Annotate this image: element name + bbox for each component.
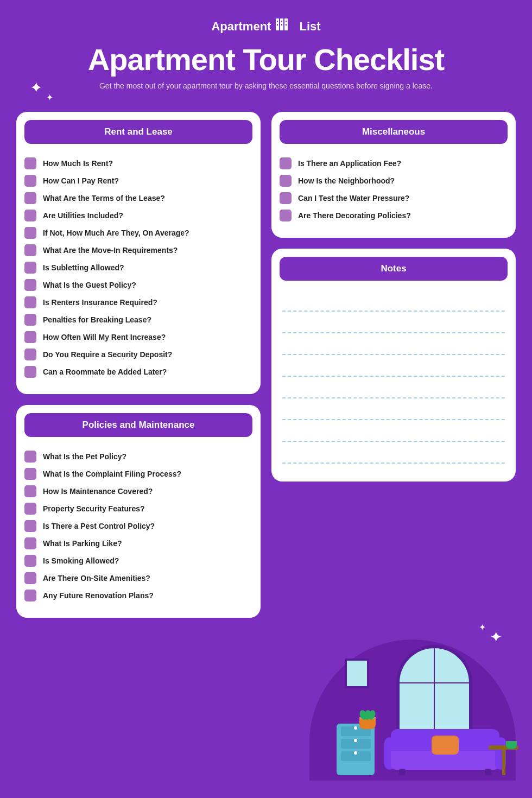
checklist-item-text: What Is the Complaint Filing Process? bbox=[43, 470, 181, 478]
checkbox[interactable] bbox=[24, 503, 36, 515]
checkbox[interactable] bbox=[280, 210, 292, 221]
illustration-area bbox=[0, 629, 532, 781]
checklist-item[interactable]: Can I Test the Water Pressure? bbox=[280, 189, 508, 207]
checklist-item[interactable]: Can a Roommate be Added Later? bbox=[24, 363, 252, 381]
checklist-item-text: How Is Maintenance Covered? bbox=[43, 487, 153, 496]
checkbox[interactable] bbox=[24, 366, 36, 378]
checkbox[interactable] bbox=[24, 262, 36, 274]
notes-card: Notes bbox=[271, 249, 516, 482]
svg-rect-8 bbox=[286, 24, 287, 26]
left-column: Rent and Lease How Much Is Rent?How Can … bbox=[16, 112, 261, 618]
checklist-item[interactable]: Are There On-Site Amenities? bbox=[24, 569, 252, 587]
window bbox=[396, 645, 472, 737]
checkbox[interactable] bbox=[24, 227, 36, 239]
policies-maintenance-title: Policies and Maintenance bbox=[83, 420, 195, 430]
checklist-item[interactable]: What Are the Terms of the Lease? bbox=[24, 189, 252, 207]
cabinet-knob-3 bbox=[354, 751, 357, 755]
miscellaneous-header: Miscellaneous bbox=[280, 120, 508, 144]
checkbox[interactable] bbox=[24, 331, 36, 343]
checkbox[interactable] bbox=[280, 192, 292, 204]
checklist-item[interactable]: What Is the Guest Policy? bbox=[24, 276, 252, 294]
page-title: Apartment Tour Checklist bbox=[11, 42, 521, 77]
svg-rect-7 bbox=[281, 24, 282, 26]
checkbox[interactable] bbox=[24, 210, 36, 221]
checklist-item[interactable]: Are There Decorating Policies? bbox=[280, 207, 508, 224]
checkbox[interactable] bbox=[24, 520, 36, 532]
checkbox[interactable] bbox=[24, 485, 36, 497]
checklist-item[interactable]: What Is the Pet Policy? bbox=[24, 448, 252, 465]
checklist-item-text: Can a Roommate be Added Later? bbox=[43, 368, 167, 376]
checkbox[interactable] bbox=[24, 590, 36, 601]
checklist-item[interactable]: Is Subletting Allowed? bbox=[24, 259, 252, 276]
checklist-item-text: Is Smoking Allowed? bbox=[43, 556, 119, 565]
checklist-item[interactable]: Is There a Pest Control Policy? bbox=[24, 517, 252, 535]
note-line[interactable] bbox=[282, 381, 505, 398]
sofa bbox=[391, 726, 499, 775]
checklist-item-text: What Are the Terms of the Lease? bbox=[43, 194, 165, 202]
svg-rect-6 bbox=[277, 24, 278, 26]
rent-and-lease-card: Rent and Lease How Much Is Rent?How Can … bbox=[16, 112, 261, 394]
checkbox[interactable] bbox=[24, 572, 36, 584]
checklist-item[interactable]: What Is Parking Like? bbox=[24, 535, 252, 552]
note-line[interactable] bbox=[282, 316, 505, 333]
checkbox[interactable] bbox=[24, 451, 36, 463]
checklist-item[interactable]: Is Renters Insurance Required? bbox=[24, 294, 252, 311]
sofa-leg-left bbox=[399, 769, 406, 775]
rent-lease-header: Rent and Lease bbox=[24, 120, 252, 144]
checklist-item[interactable]: How Is Maintenance Covered? bbox=[24, 483, 252, 500]
checklist-item[interactable]: What Is the Complaint Filing Process? bbox=[24, 465, 252, 483]
side-table-leg bbox=[502, 750, 505, 775]
notes-header: Notes bbox=[280, 257, 508, 281]
note-line[interactable] bbox=[282, 338, 505, 355]
checkbox[interactable] bbox=[24, 192, 36, 204]
checklist-item[interactable]: Is Smoking Allowed? bbox=[24, 552, 252, 569]
checklist-item-text: Is Renters Insurance Required? bbox=[43, 298, 157, 307]
checkbox[interactable] bbox=[24, 175, 36, 187]
checkbox[interactable] bbox=[280, 175, 292, 187]
window-horizontal-bar bbox=[400, 682, 469, 683]
checklist-item[interactable]: Penalties for Breaking Lease? bbox=[24, 311, 252, 328]
note-line[interactable] bbox=[282, 425, 505, 442]
checkbox[interactable] bbox=[24, 296, 36, 308]
checklist-item[interactable]: What Are the Move-In Requirements? bbox=[24, 242, 252, 259]
notes-lines-container bbox=[271, 289, 516, 471]
checklist-item[interactable]: If Not, How Much Are They, On Average? bbox=[24, 224, 252, 242]
checklist-item-text: How Often Will My Rent Increase? bbox=[43, 333, 166, 341]
logo-icon bbox=[275, 16, 295, 36]
note-line[interactable] bbox=[282, 294, 505, 312]
checklist-item[interactable]: Is There an Application Fee? bbox=[280, 155, 508, 172]
checkbox[interactable] bbox=[24, 555, 36, 567]
checklist-item-text: How Can I Pay Rent? bbox=[43, 176, 119, 185]
checkbox[interactable] bbox=[24, 468, 36, 480]
checklist-item[interactable]: Property Security Features? bbox=[24, 500, 252, 517]
checkbox[interactable] bbox=[280, 157, 292, 169]
checklist-item-text: What Is Parking Like? bbox=[43, 539, 122, 548]
checklist-item-text: What Is the Pet Policy? bbox=[43, 452, 126, 461]
checkbox[interactable] bbox=[24, 244, 36, 256]
svg-rect-4 bbox=[281, 21, 282, 22]
note-line[interactable] bbox=[282, 403, 505, 420]
checklist-item-text: If Not, How Much Are They, On Average? bbox=[43, 229, 189, 237]
checklist-item-text: Is There an Application Fee? bbox=[298, 159, 401, 168]
checklist-item[interactable]: How Can I Pay Rent? bbox=[24, 172, 252, 189]
checklist-item-text: What Is the Guest Policy? bbox=[43, 281, 136, 289]
checkbox[interactable] bbox=[24, 537, 36, 549]
checklist-item[interactable]: Any Future Renovation Plans? bbox=[24, 587, 252, 604]
star-decoration-1: ✦ bbox=[30, 79, 42, 97]
policies-maintenance-card: Policies and Maintenance What Is the Pet… bbox=[16, 405, 261, 618]
checkbox[interactable] bbox=[24, 349, 36, 360]
logo: Apartment List bbox=[211, 16, 320, 36]
note-line[interactable] bbox=[282, 446, 505, 464]
checklist-item[interactable]: How Often Will My Rent Increase? bbox=[24, 328, 252, 346]
checklist-item-text: Is Subletting Allowed? bbox=[43, 263, 124, 272]
checklist-item[interactable]: How Much Is Rent? bbox=[24, 155, 252, 172]
checklist-item[interactable]: Do You Require a Security Deposit? bbox=[24, 346, 252, 363]
checklist-item[interactable]: How Is the Neighborhood? bbox=[280, 172, 508, 189]
plant-leaves bbox=[359, 710, 376, 720]
checkbox[interactable] bbox=[24, 279, 36, 291]
checkbox[interactable] bbox=[24, 314, 36, 326]
note-line[interactable] bbox=[282, 359, 505, 377]
checkbox[interactable] bbox=[24, 157, 36, 169]
checklist-item[interactable]: Are Utilities Included? bbox=[24, 207, 252, 224]
logo-apartment-text: Apartment bbox=[211, 20, 271, 34]
